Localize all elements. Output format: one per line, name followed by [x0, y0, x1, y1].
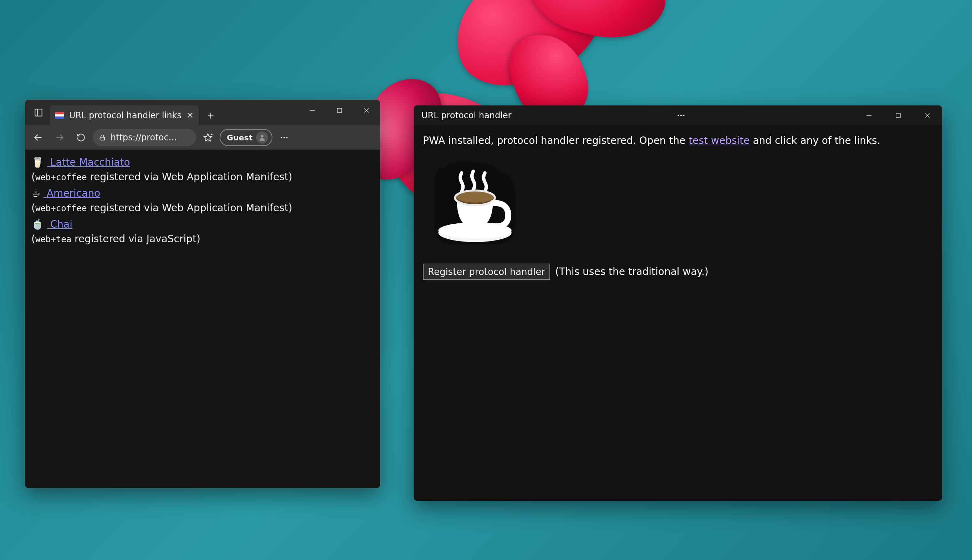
register-protocol-button[interactable]: Register protocol handler	[423, 263, 550, 280]
tab-title: URL protocol handler links	[69, 110, 181, 120]
maximize-button[interactable]	[326, 100, 353, 121]
refresh-button[interactable]	[71, 128, 90, 147]
address-bar[interactable]: https://protoc…	[93, 129, 196, 146]
profile-button[interactable]: Guest	[220, 129, 273, 146]
test-website-link[interactable]: test website	[689, 135, 749, 147]
more-menu-button[interactable]	[274, 128, 294, 147]
link-americano[interactable]: Americano	[43, 187, 100, 199]
link-emoji: 🍵	[32, 218, 44, 230]
minimize-button[interactable]	[854, 105, 883, 125]
svg-marker-9	[204, 133, 212, 141]
tab-actions-button[interactable]	[28, 103, 49, 123]
svg-rect-8	[100, 137, 105, 140]
link-subtext: (web+coffee registered via Web Applicati…	[32, 170, 374, 185]
svg-point-16	[678, 115, 679, 116]
link-emoji: 🥛	[32, 157, 44, 168]
intro-text: PWA installed, protocol handler register…	[423, 133, 933, 148]
app-menu-button[interactable]	[673, 106, 693, 125]
svg-rect-3	[337, 108, 341, 113]
link-subtext: (web+tea registered via JavaScript)	[32, 232, 374, 247]
link-chai[interactable]: Chai	[47, 218, 72, 230]
svg-point-18	[683, 115, 684, 116]
favorites-button[interactable]	[198, 128, 217, 147]
close-window-button[interactable]	[913, 105, 942, 125]
svg-point-12	[261, 135, 264, 138]
link-emoji: ☕	[32, 187, 40, 199]
page-content-left: 🥛 Latte Macchiato (web+coffee registered…	[25, 150, 380, 488]
link-latte[interactable]: Latte Macchiato	[47, 157, 130, 168]
coffee-cup-image	[423, 155, 527, 254]
page-content-right: PWA installed, protocol handler register…	[413, 125, 942, 288]
address-text: https://protoc…	[110, 133, 177, 142]
close-window-button[interactable]	[353, 100, 380, 121]
new-tab-button[interactable]: ＋	[201, 105, 221, 125]
favicon-icon	[55, 112, 64, 119]
pwa-window: URL protocol handler PWA installed, prot…	[413, 105, 942, 501]
close-tab-button[interactable]: ✕	[186, 110, 194, 120]
minimize-button[interactable]	[299, 100, 326, 121]
svg-rect-20	[896, 113, 900, 118]
back-button[interactable]	[28, 128, 48, 147]
browser-toolbar: https://protoc… Guest	[25, 125, 380, 150]
svg-point-15	[286, 137, 288, 138]
window-controls	[854, 105, 942, 125]
svg-point-14	[283, 137, 285, 138]
link-subtext: (web+coffee registered via Web Applicati…	[32, 201, 374, 215]
svg-rect-0	[35, 109, 42, 116]
svg-point-17	[680, 115, 682, 116]
site-info-icon[interactable]	[99, 133, 106, 142]
forward-button[interactable]	[50, 128, 69, 147]
maximize-button[interactable]	[883, 105, 913, 125]
profile-label: Guest	[227, 133, 253, 142]
browser-window: URL protocol handler links ✕ ＋	[25, 100, 380, 488]
window-controls	[299, 100, 380, 121]
browser-tabstrip: URL protocol handler links ✕ ＋	[25, 100, 380, 125]
svg-point-13	[281, 137, 283, 138]
button-note: (This uses the traditional way.)	[555, 264, 708, 279]
browser-tab[interactable]: URL protocol handler links ✕	[50, 105, 199, 125]
avatar-icon	[256, 132, 268, 143]
pwa-titlebar: URL protocol handler	[413, 105, 942, 125]
pwa-title-text: URL protocol handler	[422, 110, 511, 120]
